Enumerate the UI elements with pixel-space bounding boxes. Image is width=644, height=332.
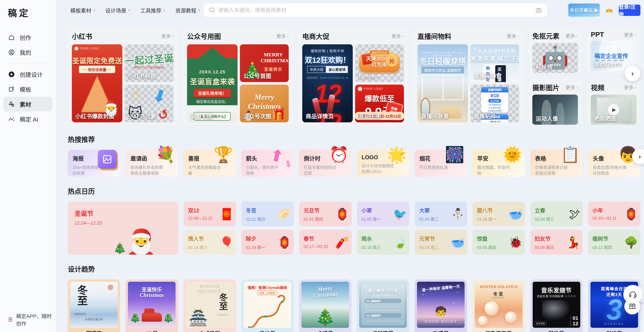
more-link[interactable]: 更多› — [161, 33, 174, 39]
menu-design-scenes[interactable]: 设计场景∨ — [106, 6, 131, 14]
trend-label: 科技风 — [588, 329, 640, 332]
more-link[interactable]: 更多› — [624, 31, 636, 38]
hot-card-poster[interactable]: 海报 10w+质感海报等你来撩 — [68, 150, 120, 177]
card-label: 商品详情页 — [306, 112, 334, 120]
calendar-card-xiaonian[interactable]: 小年02.10—02.11🏮 — [588, 201, 640, 226]
calendar-card-yuanxiao[interactable]: 元宵节03.03 周二🥣 — [415, 230, 467, 255]
login-button[interactable]: 登录/注册 — [619, 4, 640, 16]
search-input[interactable] — [218, 7, 535, 13]
menu-resources[interactable]: 资源教程∨ — [175, 6, 200, 14]
more-link[interactable]: 更多› — [566, 32, 578, 39]
card-product-detail[interactable]: 爆款好物 | 抢购不停 双12狂欢购！ 年终大促省心更省钱 活动时间：2025.… — [302, 44, 353, 122]
promo-banner[interactable]: 冬日写真玩法 ▶ — [568, 3, 600, 17]
card-xhs-title[interactable]: 一起过圣诞 Merry Christmas 小红书标题 — [125, 44, 174, 82]
calendar-card-jingzhe[interactable]: 惊蛰03.05 周四🐞 — [472, 230, 525, 255]
trend-gradient[interactable]: WINTER SOLSTICE 冬至 DONGZHI 弥散渐变风 — [472, 279, 525, 332]
trend-frosted-glass[interactable]: 稿定美甲·价目表 艺术美学 闪耀指尖 01 | 基础美甲 02 | 高级美甲 毛… — [357, 279, 409, 332]
trend-guochao[interactable]: 冬至 2025/12/21 冬至阳生春又来 国潮风 — [68, 279, 120, 332]
calendar-card-double12[interactable]: 双1212.08—12.12🧧 — [184, 201, 236, 226]
trend-label: 毛玻璃风 — [357, 329, 409, 332]
poster-subtitle: 解锁冬日新品 温暖相伴 — [421, 67, 464, 73]
card-xhs-cover[interactable]: YOUR LOGO 圣诞限定免费送 ··· 宠你没商量 ··· 🎅 小红书爆款封… — [72, 44, 122, 122]
trend-acid[interactable]: 音乐发烧节 自由乐潮 狂欢燥起来 ＞＞＞＞ 音乐阵容 0112 酸性风 — [530, 279, 583, 332]
trends-row: 冬至 2025/12/21 冬至阳生春又来 国潮风 圣诞快乐 Christmas… — [68, 279, 640, 332]
calendar-card-laba[interactable]: 腊八节01.26 周一🥣 — [472, 201, 525, 226]
topbar: 模板素材∨ 设计场景∨ 工具推荐∨ 资源教程∨ 冬日写真玩法 ▶ 登录/注册 — [68, 0, 640, 20]
calendar-card-funvjie[interactable]: 妇女节03.08 周日💃 — [530, 230, 583, 255]
card-article-long-image[interactable]: 20XX.12.25 圣诞盲盒来袭 圣诞礼物来咯！ 稿定推出盲盒活动，康康大家的… — [187, 44, 238, 122]
sidebar-item-new-design[interactable]: 创建设计 — [3, 67, 53, 82]
trend-3d[interactable]: 圣诞快乐 Christmas 🎄 🎄 3D风 — [126, 279, 178, 332]
vip-crown-icon[interactable] — [605, 6, 614, 14]
camera-icon[interactable] — [535, 6, 542, 14]
more-link[interactable]: 更多› — [624, 84, 636, 91]
section-title: 视频 — [591, 82, 604, 92]
menu-tools[interactable]: 工具推荐∨ — [140, 6, 166, 14]
more-link[interactable]: 更多› — [276, 33, 289, 39]
hot-desc: 打造专属时刻的仪式感 — [304, 165, 338, 176]
main-content: 模板素材∨ 设计场景∨ 工具推荐∨ 资源教程∨ 冬日写真玩法 ▶ 登录/注册 小… — [56, 0, 644, 332]
hot-card-morning[interactable]: 🌞 早安 晨光微露，早安问候 — [472, 150, 525, 177]
calendar-card-dahan[interactable]: 大寒01.20 周二⛄ — [415, 201, 467, 226]
more-label: 更多 — [566, 84, 575, 91]
calendar-card-zhishujie[interactable]: 植树节03.12 周四🌳 — [588, 230, 640, 255]
trend-cartoon[interactable]: MerryChristmas 🎄 卡通风 — [299, 279, 352, 332]
guide-button[interactable] — [624, 299, 640, 315]
card-live-background[interactable]: DONG RI QING NUAN CHUAN DA 冬日轻暖穿搭 解锁冬日新品… — [418, 44, 468, 122]
search-bar[interactable] — [203, 3, 548, 17]
menu-template-assets[interactable]: 模板素材∨ — [70, 6, 96, 14]
slide-title: 稿定企业宣传 — [594, 52, 628, 60]
calendar-card-valentine[interactable]: 情人节02.14 周六🎈 — [184, 230, 236, 255]
calendar-card-lichun[interactable]: 立春02.04 周三🕊 — [530, 201, 583, 226]
slide-topline: ● — · — — · — — [594, 43, 612, 45]
hot-card-table[interactable]: 📋 表格 价格表课程表计划表值日表等 — [530, 150, 583, 177]
calendar-card-xiaohan[interactable]: 小寒01.05 周一🐦 — [357, 201, 409, 226]
card-cutout-tech[interactable]: 🤖 科技感 — [532, 43, 578, 73]
menu-label: 工具推荐 — [140, 6, 161, 14]
calendar-card-christmas[interactable]: 圣诞节 12.24—12.25 🎄 🎅 — [68, 201, 178, 255]
sidebar-item-gaoding-ai[interactable]: 稿定 AI — [3, 112, 53, 126]
sidebar-item-mine[interactable]: 我的 — [3, 45, 53, 60]
hot-card-invitation[interactable]: 💐 邀请函 商务婚礼年会庆典等各主题邀请函 — [126, 150, 178, 177]
porridge-icon: 🥣 — [509, 208, 522, 220]
hot-card-good-news[interactable]: 🏆 喜报 大气喜庆感模版合集 — [183, 150, 236, 177]
hot-card-arrows[interactable]: ⬆ ⬇ 箭头 小箭头，简约而不简单 — [241, 150, 294, 177]
card-live-stickers[interactable]: 直播间福利 ¥10 关注领取 7天无理由退货15天保价退差全场赠送运费险 主播信… — [470, 85, 519, 122]
trend-hand-drawn[interactable]: 强推！香港Citywalk路线 经典一日游路线 手绘风 — [241, 279, 294, 332]
calendar-card-chuxi[interactable]: 除夕02.16 周一🏮 — [242, 230, 294, 255]
calendar-card-newyear[interactable]: 元旦节01.01 周四🏮 — [299, 201, 352, 226]
card-video-share[interactable]: ▶ 晒照晒图 — [591, 95, 636, 125]
pink-arrow-up-icon: ⬆ — [268, 145, 286, 167]
sidebar-item-create[interactable]: 创作 — [3, 30, 53, 45]
trend-anime[interactable]: 道一声晚安 温暖每一天 ✦✧✦ 🧒 GOOD NIGHT 动漫风 — [414, 279, 467, 332]
chevron-right-icon: › — [172, 33, 174, 39]
card-gzh-cover[interactable]: 🎄 MERRYCHRISTMAS 圣诞快乐 公众号首图 — [240, 44, 289, 82]
card-live-popup[interactable]: GAODING 寒潮来袭 稿定送福利 购指定款买2赠1 ❄ ❄ 直播间弹窗 — [470, 44, 519, 82]
hot-desc: 大气喜庆感模版合集 — [188, 165, 222, 176]
more-link[interactable]: 更多› — [392, 33, 404, 39]
app-download[interactable]: 稿定APP，随时创作 — [8, 312, 56, 327]
more-link[interactable]: 更多› — [566, 84, 578, 91]
card-banner[interactable]: 超级狂欢大促 天降1000元红包雨 抢 banner — [355, 44, 404, 82]
calendar-card-chunjie[interactable]: 春节02.17—02.23🧨 — [299, 230, 352, 255]
sidebar-item-templates[interactable]: 模板 — [3, 82, 53, 97]
card-product-main[interactable]: YOUR LOGO 爆款低至 9.9元 跌破低价 速来抢 12月1日-12月12… — [355, 85, 404, 122]
card-label: banner — [358, 73, 377, 80]
sections-scroll-right-button[interactable]: › — [625, 66, 640, 81]
calendar-card-dongzhi[interactable]: 冬至12.21 周日🥟 — [242, 201, 294, 226]
gift-icon: 🎁 — [272, 107, 286, 121]
card-gzh-secondary[interactable]: MerryChristmas 🎁 ⛄ 公众号次图 — [240, 85, 289, 122]
more-link[interactable]: 更多› — [507, 33, 519, 39]
trend-chinese-aesthetic[interactable]: WINTERSOLSTICE 冬至 DONGZHI 🏯 中式美学 — [183, 279, 236, 332]
hot-card-countdown[interactable]: ⏰ 倒计时 打造专属时刻的仪式感 — [299, 150, 352, 177]
hot-card-logo[interactable]: 🌟 LOGO 设计小白也能搞定优质LOGO — [357, 150, 409, 177]
your-logo: YOUR LOGO — [358, 87, 383, 91]
card-photo-sport[interactable]: 运动人像 — [532, 95, 578, 125]
app-logo[interactable]: 稿定 — [0, 0, 56, 19]
calendar-card-yushui[interactable]: 雨水02.18 周三🍃 — [357, 230, 409, 255]
sidebar-item-assets[interactable]: 素材 — [3, 97, 53, 112]
hot-card-fireworks[interactable]: 🎆 烟花 节日氛围感拉满 — [414, 150, 467, 177]
card-xhs-elements[interactable]: ☝ ⬇ 🐱 ↺ 小红书元素 — [125, 85, 174, 122]
tree-icon: 🌳 — [624, 237, 638, 248]
play-button[interactable]: ▶ — [608, 104, 619, 115]
